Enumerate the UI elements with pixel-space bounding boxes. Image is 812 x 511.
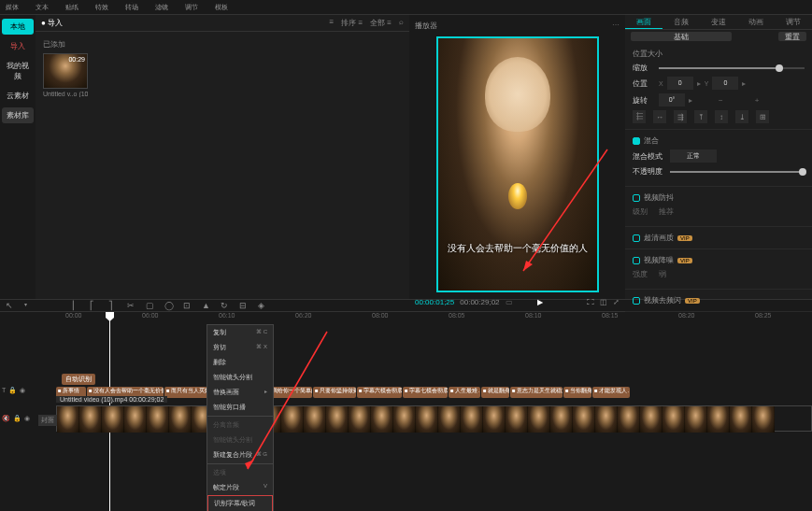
video-frame[interactable] bbox=[506, 406, 528, 433]
video-frame[interactable] bbox=[79, 406, 102, 433]
cut-icon[interactable]: ✂ bbox=[127, 301, 136, 310]
rotate-icon[interactable]: ↻ bbox=[221, 301, 230, 310]
menu-adjust[interactable]: 调节 bbox=[185, 2, 198, 12]
video-frame[interactable] bbox=[349, 406, 371, 433]
tab-speed[interactable]: 变速 bbox=[700, 15, 737, 29]
ai-icon[interactable]: ◈ bbox=[258, 301, 267, 310]
sidebar-library[interactable]: 素材库 bbox=[2, 107, 34, 123]
sidebar-import[interactable]: 导入 bbox=[2, 38, 34, 54]
menu-media[interactable]: 媒体 bbox=[6, 2, 19, 12]
video-frame[interactable] bbox=[304, 406, 326, 433]
video-frame[interactable] bbox=[528, 406, 550, 433]
play-button[interactable]: ▶ bbox=[537, 298, 543, 306]
ctx-智能剪口播[interactable]: 智能剪口播 bbox=[207, 400, 273, 415]
ctx-删除[interactable]: 删除 bbox=[207, 355, 273, 370]
rect-icon[interactable]: ▢ bbox=[146, 301, 155, 310]
ctx-新建复合片段[interactable]: 新建复合片段⌘ G bbox=[207, 447, 273, 462]
pos-y-input[interactable]: 0 bbox=[712, 77, 738, 90]
video-frame[interactable] bbox=[57, 406, 79, 433]
video-frame[interactable] bbox=[595, 406, 618, 433]
align-left-icon[interactable]: ⬱ bbox=[633, 110, 646, 123]
video-frame[interactable] bbox=[281, 406, 304, 433]
video-frame[interactable] bbox=[685, 406, 707, 433]
tab-video[interactable]: 画面 bbox=[625, 15, 662, 29]
import-button[interactable]: ● 导入 bbox=[41, 18, 63, 28]
video-frame[interactable] bbox=[169, 406, 192, 433]
align-mid-icon[interactable]: ↕ bbox=[715, 110, 728, 123]
chroma-check[interactable] bbox=[633, 194, 640, 202]
sidebar-local[interactable]: 本地 bbox=[2, 19, 34, 35]
video-frame[interactable] bbox=[147, 406, 169, 433]
video-frame[interactable] bbox=[730, 406, 752, 433]
scale-icon[interactable]: ⛶ bbox=[587, 298, 594, 306]
media-thumb[interactable]: 00:29 Untitled v..o (10).mp4 bbox=[43, 53, 88, 97]
fullscreen-icon[interactable]: ⤢ bbox=[613, 298, 620, 306]
align-bot-icon[interactable]: ⤓ bbox=[735, 110, 748, 123]
video-frame[interactable] bbox=[550, 406, 573, 433]
caption-track[interactable]: T🔒◉ 自动识别 ■ 所事情 ■ 没有人会去帮助一个毫无价值的人 ■ 而只有当人… bbox=[56, 387, 812, 400]
ctx-复制[interactable]: 复制⌘ C bbox=[207, 325, 273, 340]
menu-sticker[interactable]: 贴纸 bbox=[65, 2, 78, 12]
video-frame[interactable] bbox=[483, 406, 506, 433]
pos-x-input[interactable]: 0 bbox=[667, 77, 693, 90]
video-frame[interactable] bbox=[416, 406, 438, 433]
opacity-slider[interactable] bbox=[670, 171, 805, 173]
trim-left-icon[interactable]: ⎡ bbox=[90, 301, 99, 310]
cursor-tool-icon[interactable]: ↖ bbox=[6, 301, 15, 310]
menu-filter[interactable]: 滤镜 bbox=[155, 2, 168, 12]
tab-anim[interactable]: 动画 bbox=[737, 15, 775, 29]
ratio-icon[interactable]: ▭ bbox=[506, 298, 513, 306]
view-icon[interactable]: ≡ bbox=[330, 18, 335, 28]
video-frame[interactable] bbox=[618, 406, 640, 433]
align-extra-icon[interactable]: ⊞ bbox=[756, 110, 769, 123]
btn-reset[interactable]: 重置 bbox=[778, 32, 806, 41]
mix-check[interactable] bbox=[633, 137, 640, 145]
preview-canvas[interactable]: 没有人会去帮助一个毫无价值的人 bbox=[436, 36, 599, 292]
tab-adjust[interactable]: 调节 bbox=[775, 15, 812, 29]
video-frame[interactable] bbox=[461, 406, 483, 433]
preview-menu-icon[interactable]: ⋯ bbox=[612, 21, 620, 31]
video-frame[interactable] bbox=[124, 406, 147, 433]
video-frame[interactable] bbox=[438, 406, 461, 433]
sidebar-cloud[interactable]: 云素材 bbox=[2, 88, 34, 104]
ctx-智能镜头分割[interactable]: 智能镜头分割 bbox=[207, 370, 273, 385]
sort-dropdown[interactable]: 排序 ≡ bbox=[341, 18, 363, 28]
compare-icon[interactable]: ◫ bbox=[600, 298, 607, 306]
beauty-check[interactable] bbox=[633, 234, 640, 242]
video-frame[interactable] bbox=[640, 406, 662, 433]
video-frame[interactable] bbox=[393, 406, 416, 433]
ctx-识别字幕/歌词[interactable]: 识别字幕/歌词 bbox=[207, 495, 273, 511]
search-icon[interactable]: ⌕ bbox=[399, 18, 404, 28]
ctx-剪切[interactable]: 剪切⌘ X bbox=[207, 340, 273, 355]
menu-transition[interactable]: 转场 bbox=[125, 2, 138, 12]
btn-basic[interactable]: 基础 bbox=[631, 32, 732, 41]
align-right-icon[interactable]: ⇶ bbox=[674, 110, 687, 123]
trim-right-icon[interactable]: ⎤ bbox=[108, 301, 118, 310]
crop2-icon[interactable]: ⊟ bbox=[239, 301, 249, 310]
track-lock-icon[interactable]: 🔒 bbox=[13, 415, 21, 426]
track-mute-icon[interactable]: 🔇 bbox=[2, 415, 10, 426]
mirror-icon[interactable]: ▲ bbox=[202, 301, 211, 310]
dedup-check[interactable] bbox=[633, 297, 640, 305]
ctx-替换画面[interactable]: 替换画面▸ bbox=[207, 385, 273, 400]
menu-effect[interactable]: 特效 bbox=[95, 2, 108, 12]
track-cover-icon[interactable]: 封面 bbox=[38, 415, 57, 426]
mixmode-select[interactable]: 正常 bbox=[670, 149, 717, 163]
track-caption-icon[interactable]: T bbox=[2, 387, 6, 394]
video-frame[interactable] bbox=[371, 406, 393, 433]
chevron-down-icon[interactable]: ▾ bbox=[24, 301, 34, 310]
circle-icon[interactable]: ◯ bbox=[164, 301, 174, 310]
track-lock-icon[interactable]: 🔒 bbox=[8, 387, 17, 394]
timeline-ruler[interactable]: 00:00 06:00 06:10 06:20 08:00 08:05 08:1… bbox=[0, 312, 812, 323]
video-frame[interactable] bbox=[102, 406, 124, 433]
menu-text[interactable]: T文本 bbox=[36, 2, 49, 12]
track-eye-icon[interactable]: ◉ bbox=[24, 415, 30, 426]
split-icon[interactable]: ⎮ bbox=[71, 301, 80, 310]
video-frame[interactable] bbox=[326, 406, 349, 433]
align-top-icon[interactable]: ⤒ bbox=[694, 110, 707, 123]
video-frame[interactable] bbox=[662, 406, 685, 433]
video-frame[interactable] bbox=[752, 406, 775, 433]
crop-icon[interactable]: ⊡ bbox=[183, 301, 192, 310]
filter-dropdown[interactable]: 全部 ≡ bbox=[370, 18, 392, 28]
scale-slider[interactable] bbox=[659, 67, 805, 69]
